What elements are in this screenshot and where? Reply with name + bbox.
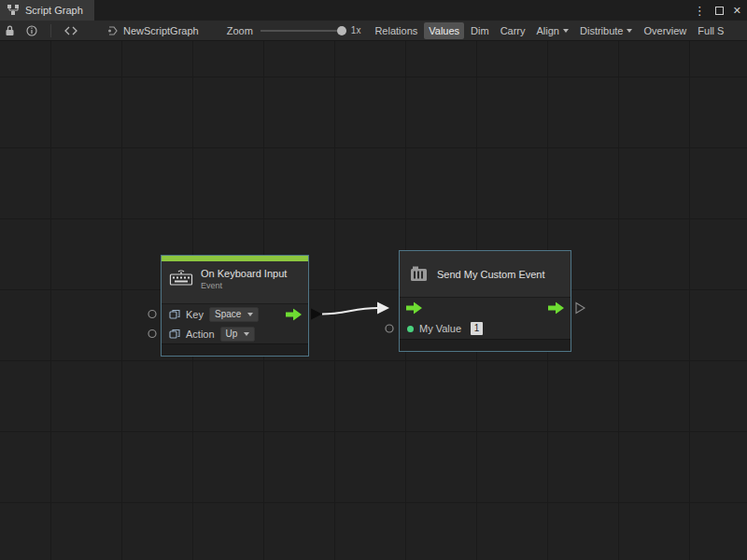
port-row-my-value: My Value 1 <box>400 318 571 339</box>
zoom-label: Zoom <box>227 25 253 36</box>
action-type-icon <box>169 329 180 340</box>
distribute-dropdown-button[interactable]: Distribute <box>575 22 637 39</box>
flow-port-row <box>400 298 571 318</box>
value-port-dot-icon[interactable] <box>407 326 414 332</box>
port-label-key: Key <box>186 309 204 320</box>
tab-title: Script Graph <box>25 5 83 16</box>
chevron-down-icon <box>627 29 632 33</box>
carry-button[interactable]: Carry <box>496 22 530 39</box>
info-icon[interactable] <box>26 25 37 36</box>
external-port-triangle-out[interactable] <box>576 303 585 314</box>
flow-output-port[interactable] <box>286 308 302 320</box>
window-menu-icon[interactable]: ⋮ <box>694 4 706 18</box>
custom-event-icon <box>409 265 430 284</box>
script-graph-asset-icon <box>107 25 119 36</box>
dim-button[interactable]: Dim <box>466 22 494 39</box>
code-icon[interactable] <box>64 26 78 35</box>
align-dropdown-button[interactable]: Align <box>532 22 573 39</box>
lock-icon[interactable] <box>5 25 15 36</box>
zoom-slider-handle[interactable] <box>337 26 346 35</box>
graph-breadcrumb[interactable]: NewScriptGraph <box>107 25 199 36</box>
tab-script-graph[interactable]: Script Graph <box>0 0 94 21</box>
keyboard-icon <box>169 268 193 287</box>
my-value-input[interactable]: 1 <box>471 322 483 335</box>
zoom-slider[interactable] <box>261 25 346 36</box>
window-titlebar: Script Graph ⋮ ✕ <box>0 0 747 21</box>
node-on-keyboard-input[interactable]: On Keyboard Input Event Key Space <box>161 255 309 357</box>
external-port-circle-key[interactable] <box>148 311 156 318</box>
chevron-down-icon <box>244 332 249 336</box>
fullscreen-button[interactable]: Full S <box>693 22 728 39</box>
distribute-label: Distribute <box>580 25 623 36</box>
key-type-icon <box>169 309 180 320</box>
connection-layer <box>0 41 747 560</box>
port-label-my-value: My Value <box>419 323 461 334</box>
external-port-circle-my-value[interactable] <box>386 325 393 332</box>
node-footer <box>400 339 571 351</box>
node-send-my-custom-event[interactable]: Send My Custom Event My Value 1 <box>399 250 571 352</box>
values-button[interactable]: Values <box>424 22 464 39</box>
zoom-slider-track[interactable] <box>261 30 346 32</box>
port-row-key: Key Space <box>162 304 308 324</box>
port-row-action: Action Up <box>162 324 308 343</box>
graph-name: NewScriptGraph <box>123 25 199 36</box>
node-title: Send My Custom Event <box>437 269 545 280</box>
key-value: Space <box>215 309 241 319</box>
graph-tab-icon <box>7 5 20 16</box>
connection-start-cap <box>311 309 322 320</box>
port-label-action: Action <box>186 329 215 340</box>
window-controls: ⋮ ✕ <box>694 0 741 21</box>
action-value: Up <box>226 329 238 339</box>
align-label: Align <box>537 25 559 36</box>
flow-input-port[interactable] <box>406 302 422 315</box>
node-header: On Keyboard Input Event <box>162 261 308 304</box>
zoom-value: 1x <box>351 25 361 35</box>
chevron-down-icon <box>247 313 253 316</box>
node-header: Send My Custom Event <box>400 251 571 298</box>
flow-output-port[interactable] <box>548 302 564 315</box>
maximize-icon[interactable] <box>715 7 724 15</box>
graph-canvas[interactable]: On Keyboard Input Event Key Space <box>0 41 747 560</box>
overview-button[interactable]: Overview <box>639 22 691 39</box>
relations-button[interactable]: Relations <box>370 22 422 39</box>
chevron-down-icon <box>563 29 569 33</box>
node-footer <box>162 343 308 356</box>
key-value-dropdown[interactable]: Space <box>209 307 259 322</box>
external-port-circle-action[interactable] <box>148 330 156 338</box>
graph-toolbar: NewScriptGraph Zoom 1x Relations Values … <box>0 21 747 41</box>
node-subtitle: Event <box>201 281 287 290</box>
connection-wire[interactable] <box>322 308 377 315</box>
node-title: On Keyboard Input <box>201 268 287 279</box>
close-icon[interactable]: ✕ <box>733 5 741 17</box>
action-value-dropdown[interactable]: Up <box>220 327 256 342</box>
toolbar-divider <box>50 24 51 37</box>
connection-arrowhead <box>377 302 389 315</box>
